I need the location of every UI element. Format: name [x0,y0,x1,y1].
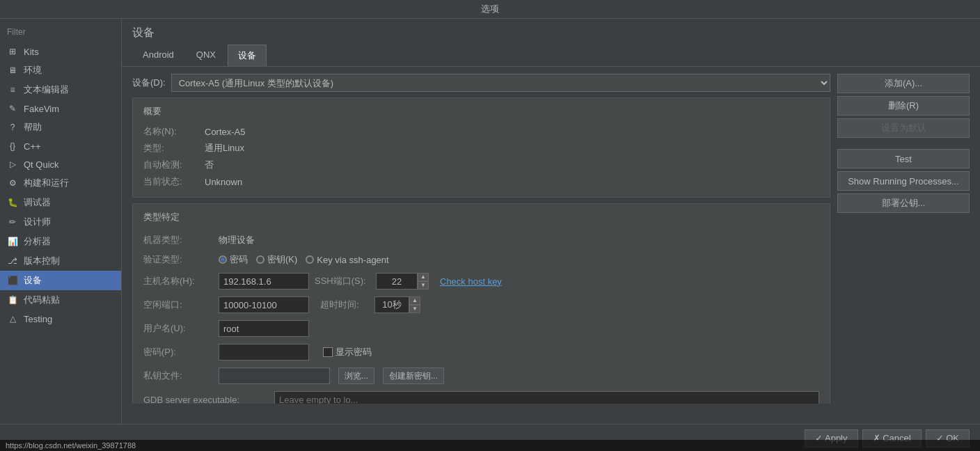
freeport-input[interactable] [219,296,309,313]
action-buttons-panel: 添加(A)... 删除(R) 设置为默认 Test Show Running P… [837,74,970,417]
timeout-spinner: ▲ ▼ [374,296,420,313]
sidebar-item-buildrun[interactable]: ⚙构建和运行 [0,173,121,193]
ssh-port-label: SSH端口(S): [315,275,370,287]
sidebar-item-label-help: 帮助 [24,121,42,134]
check-host-key-button[interactable]: Check host key [440,276,502,287]
sidebar-item-kits[interactable]: ⊞Kits [0,42,121,61]
sidebar-item-label-fakevim: FakeVim [24,104,59,114]
timeout-up[interactable]: ▲ [409,296,420,305]
auth-type-row: 验证类型: 密码 密钥(K) [143,250,819,269]
apply-button[interactable]: ✓ Apply [805,429,858,448]
auth-password-label: 密码 [230,253,248,266]
timeout-input[interactable] [374,296,409,313]
ssh-port-spinner-btns: ▲ ▼ [418,273,429,290]
gdb-input[interactable] [274,391,819,404]
create-key-button[interactable]: 创建新密钥... [383,367,444,384]
machine-type-value: 物理设备 [219,234,255,246]
test-button[interactable]: Test [837,149,970,168]
auth-key-radio[interactable]: 密钥(K) [256,253,297,266]
sidebar-item-label-cpp: C++ [24,141,41,152]
username-row: 用户名(U): [143,317,819,340]
device-details-scroll[interactable]: 概要 名称(N):Cortex-A5类型:通用Linux自动检测:否当前状态:U… [132,97,830,404]
texteditor-icon: ≡ [7,84,18,95]
sidebar-item-label-designer: 设计师 [24,216,51,228]
username-label: 用户名(U): [143,322,213,335]
host-row: 主机名称(H): SSH端口(S): ▲ ▼ Check host key [143,269,819,293]
host-input[interactable] [219,273,309,290]
machine-type-label: 机器类型: [143,234,213,246]
device-selector-row: 设备(D): Cortex-A5 (通用Linux 类型的默认设备) [132,74,830,92]
browse-button[interactable]: 浏览... [338,367,374,384]
sidebar-item-analyzer[interactable]: 📊分析器 [0,232,121,251]
host-label: 主机名称(H): [143,275,213,287]
cancel-button[interactable]: ✗ Cancel [862,429,922,448]
sidebar-item-label-vcs: 版本控制 [24,255,60,267]
type-title: 类型特定 [143,211,819,223]
username-input[interactable] [219,320,309,337]
sidebar-item-environment[interactable]: 🖥环境 [0,61,121,80]
summary-row-label: 自动检测: [143,159,199,171]
auth-password-radio[interactable]: 密码 [219,253,248,266]
ssh-port-spinner: ▲ ▼ [376,273,429,290]
timeout-label: 超时时间: [320,299,369,311]
sidebar-item-label-devices: 设备 [24,274,42,287]
tab-qnx[interactable]: QNX [186,45,226,66]
vcs-icon: ⎇ [7,255,18,267]
ssh-port-down[interactable]: ▼ [418,281,429,290]
sidebar-item-help[interactable]: ?帮助 [0,118,121,137]
summary-row: 类型:通用Linux [143,140,819,157]
summary-row: 当前状态:Unknown [143,173,819,190]
summary-title: 概要 [143,105,819,118]
show-running-processes-button[interactable]: Show Running Processes... [837,171,970,191]
type-specific-box: 类型特定 机器类型: 物理设备 验证类型: [132,203,830,404]
radio-key-circle [256,255,264,264]
gdb-label: GDB server executable: [143,395,269,404]
sidebar-item-texteditor[interactable]: ≡文本编辑器 [0,80,121,100]
device-panel: 设备(D): Cortex-A5 (通用Linux 类型的默认设备) 概要 名称… [132,74,830,417]
deploy-key-button[interactable]: 部署公钥... [837,193,970,213]
sidebar-item-label-qtquick: Qt Quick [24,159,59,170]
tab-android[interactable]: Android [132,45,184,66]
sidebar-item-designer[interactable]: ✏设计师 [0,212,121,232]
filter-label: Filter [0,24,121,42]
summary-box: 概要 名称(N):Cortex-A5类型:通用Linux自动检测:否当前状态:U… [132,97,830,198]
auth-ssh-agent-radio[interactable]: Key via ssh-agent [306,255,388,265]
sidebar-item-cpp[interactable]: {}C++ [0,137,121,155]
ssh-port-up[interactable]: ▲ [418,273,429,281]
summary-row-label: 类型: [143,142,199,155]
password-row: 密码(P): 显示密码 [143,340,819,364]
auth-type-label: 验证类型: [143,253,213,266]
timeout-spinner-btns: ▲ ▼ [409,296,420,313]
sidebar-item-testing[interactable]: △Testing [0,310,121,328]
show-password-checkbox[interactable]: 显示密码 [323,346,372,358]
sidebar-item-fakevim[interactable]: ✎FakeVim [0,100,121,118]
sidebar-item-label-codepaste: 代码粘贴 [24,294,60,306]
set-default-button[interactable]: 设置为默认 [837,118,970,138]
ok-button[interactable]: ✓ OK [926,429,970,448]
analyzer-icon: 📊 [7,236,18,247]
tab-device[interactable]: 设备 [228,45,267,66]
show-password-box [323,347,333,357]
content-area: 设备 AndroidQNX设备 设备(D): Cortex-A5 (通用Linu… [122,19,980,424]
help-icon: ? [7,122,18,133]
ssh-port-input[interactable] [376,273,418,290]
sidebar-item-qtquick[interactable]: ▷Qt Quick [0,155,121,173]
device-selector-label: 设备(D): [132,77,166,89]
device-selector[interactable]: Cortex-A5 (通用Linux 类型的默认设备) [171,74,830,92]
add-button[interactable]: 添加(A)... [837,74,970,93]
sidebar-item-devices[interactable]: ⬛设备 [0,271,121,290]
show-password-label: 显示密码 [335,346,372,358]
password-input[interactable] [219,344,309,361]
sidebar-item-debugger[interactable]: 🐛调试器 [0,193,121,212]
sidebar-item-label-kits: Kits [24,47,39,57]
auth-radio-group: 密码 密钥(K) Key via ssh-agent [219,253,389,266]
timeout-down[interactable]: ▼ [409,305,420,313]
designer-icon: ✏ [7,216,18,228]
bottom-bar: ✓ Apply ✗ Cancel ✓ OK [0,424,980,451]
summary-row-label: 名称(N): [143,125,199,138]
sidebar-item-codepaste[interactable]: 📋代码粘贴 [0,290,121,310]
remove-button[interactable]: 删除(R) [837,96,970,116]
sidebar: Filter ⊞Kits🖥环境≡文本编辑器✎FakeVim?帮助{}C++▷Qt… [0,19,122,424]
summary-row-value: Cortex-A5 [205,127,246,137]
sidebar-item-vcs[interactable]: ⎇版本控制 [0,251,121,271]
